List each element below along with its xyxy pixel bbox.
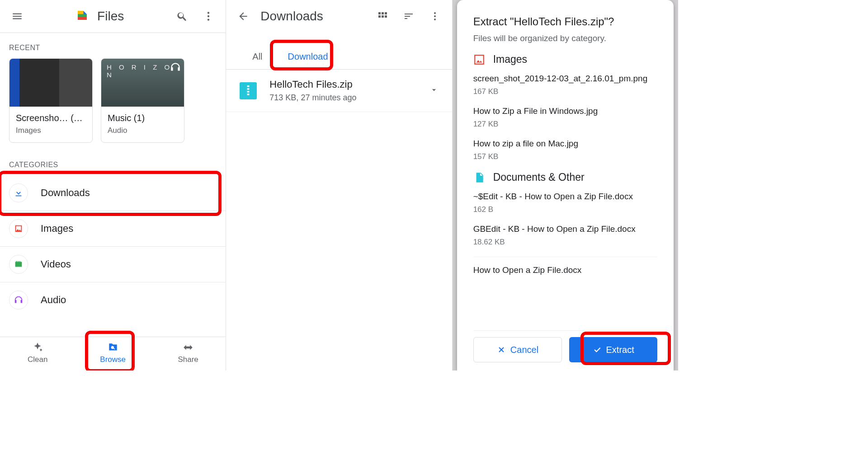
toolbar: Files [0, 0, 226, 33]
file-item-size: 162 B [473, 205, 657, 214]
group-title: Images [493, 53, 527, 66]
file-item-size: 127 KB [473, 120, 657, 129]
thumbnail [9, 59, 92, 107]
nav-clean[interactable]: Clean [0, 337, 75, 371]
dialog-actions: Cancel Extract [473, 330, 657, 362]
recent-row: Screensho… (58) Images H O R I Z O N Mus… [0, 58, 226, 150]
cancel-label: Cancel [510, 345, 538, 355]
svg-rect-10 [475, 55, 484, 64]
cancel-button[interactable]: Cancel [473, 337, 562, 362]
check-icon [593, 345, 602, 354]
extract-dialog: Extract "HelloTech Files.zip"? Files wil… [457, 0, 674, 371]
tab-all[interactable]: All [240, 46, 275, 69]
back-icon[interactable] [234, 7, 252, 25]
category-videos[interactable]: Videos [0, 246, 226, 282]
file-item: ~$Edit - KB - How to Open a Zip File.doc… [473, 192, 657, 214]
close-icon [497, 345, 506, 354]
category-downloads[interactable]: Downloads [0, 175, 226, 211]
nav-label: Share [178, 355, 198, 364]
nav-browse[interactable]: Browse [75, 337, 150, 371]
screen-extract-dialog: Extract "HelloTech Files.zip"? Files wil… [453, 0, 678, 371]
svg-point-2 [208, 19, 209, 20]
file-item: How to Open a Zip File.docx [473, 265, 657, 275]
svg-rect-8 [247, 91, 250, 93]
file-meta: 713 KB, 27 minutes ago [269, 93, 416, 103]
extract-button[interactable]: Extract [569, 337, 657, 362]
file-row[interactable]: HelloTech Files.zip 713 KB, 27 minutes a… [226, 70, 452, 112]
recent-card-music[interactable]: H O R I Z O N Music (1) Audio [101, 58, 184, 143]
bottom-nav: Clean Browse Share [0, 337, 226, 371]
dialog-content: Images screen_shot_2019-12-03_at_2.16.01… [473, 53, 657, 330]
file-item: How to Zip a File in Windows.jpg 127 KB [473, 106, 657, 129]
group-documents-header: Documents & Other [473, 171, 657, 183]
category-audio[interactable]: Audio [0, 282, 226, 318]
file-item-size: 18.62 KB [473, 238, 657, 247]
file-item-name: screen_shot_2019-12-03_at_2.16.01_pm.png [473, 74, 657, 84]
svg-point-5 [434, 19, 436, 20]
divider [473, 257, 657, 257]
categories-label: CATEGORIES [0, 150, 226, 175]
divider [226, 69, 452, 70]
extract-label: Extract [606, 345, 634, 355]
document-icon [473, 172, 485, 183]
svg-rect-6 [247, 85, 250, 87]
dialog-subtitle: Files will be organized by category. [473, 33, 657, 43]
svg-point-4 [434, 15, 436, 17]
card-subtitle: Audio [108, 126, 178, 135]
video-icon [9, 255, 28, 274]
chevron-down-icon[interactable] [429, 85, 439, 96]
more-icon[interactable] [199, 7, 217, 25]
sort-icon[interactable] [400, 7, 418, 25]
svg-point-0 [208, 12, 209, 14]
nav-share[interactable]: Share [151, 337, 226, 371]
file-item-name: How to zip a file on Mac.jpg [473, 139, 657, 149]
file-item: How to zip a file on Mac.jpg 157 KB [473, 139, 657, 161]
file-name: HelloTech Files.zip [269, 79, 416, 90]
card-title: Music (1) [108, 113, 178, 123]
card-title: Screensho… (58) [16, 113, 86, 123]
file-item: screen_shot_2019-12-03_at_2.16.01_pm.png… [473, 74, 657, 96]
image-icon [473, 54, 485, 66]
dialog-title: Extract "HelloTech Files.zip"? [473, 15, 657, 28]
folder-search-icon [107, 342, 119, 353]
file-item-name: How to Zip a File in Windows.jpg [473, 106, 657, 116]
grid-view-icon[interactable] [373, 7, 392, 25]
nav-label: Clean [28, 355, 47, 364]
file-item: GBEdit - KB - How to Open a Zip File.doc… [473, 224, 657, 247]
svg-point-3 [434, 12, 436, 14]
search-icon[interactable] [173, 7, 191, 25]
toolbar: Downloads [226, 0, 452, 33]
download-icon [9, 183, 28, 202]
tab-download[interactable]: Download [275, 46, 341, 69]
zip-icon [240, 82, 257, 99]
category-label: Videos [41, 258, 71, 270]
category-images[interactable]: Images [0, 211, 226, 246]
file-item-size: 157 KB [473, 152, 657, 161]
audio-icon [9, 291, 28, 310]
screen-files-home: Files RECENT Screensho… (58) Images H O … [0, 0, 226, 371]
recent-card-screenshots[interactable]: Screensho… (58) Images [9, 58, 93, 143]
thumbnail: H O R I Z O N [101, 59, 184, 107]
category-label: Audio [41, 294, 66, 306]
more-icon[interactable] [426, 7, 444, 25]
file-item-name: GBEdit - KB - How to Open a Zip File.doc… [473, 224, 657, 234]
share-icon [182, 342, 194, 353]
tabs: All Download [226, 33, 452, 69]
files-logo-icon [75, 9, 89, 24]
hamburger-icon[interactable] [8, 7, 26, 25]
group-images-header: Images [473, 53, 657, 66]
app-title: Files [97, 9, 124, 23]
svg-point-1 [208, 15, 209, 17]
nav-label: Browse [100, 355, 126, 364]
file-item-name: How to Open a Zip File.docx [473, 265, 657, 275]
page-title: Downloads [260, 9, 323, 23]
image-icon [9, 219, 28, 238]
screen-downloads: Downloads All Download HelloTech Files.z… [226, 0, 452, 371]
headphones-icon [170, 61, 181, 73]
file-item-size: 167 KB [473, 87, 657, 96]
category-label: Images [41, 223, 73, 234]
recent-label: RECENT [0, 33, 226, 58]
card-subtitle: Images [16, 126, 86, 135]
file-item-name: ~$Edit - KB - How to Open a Zip File.doc… [473, 192, 657, 202]
group-title: Documents & Other [493, 171, 585, 183]
